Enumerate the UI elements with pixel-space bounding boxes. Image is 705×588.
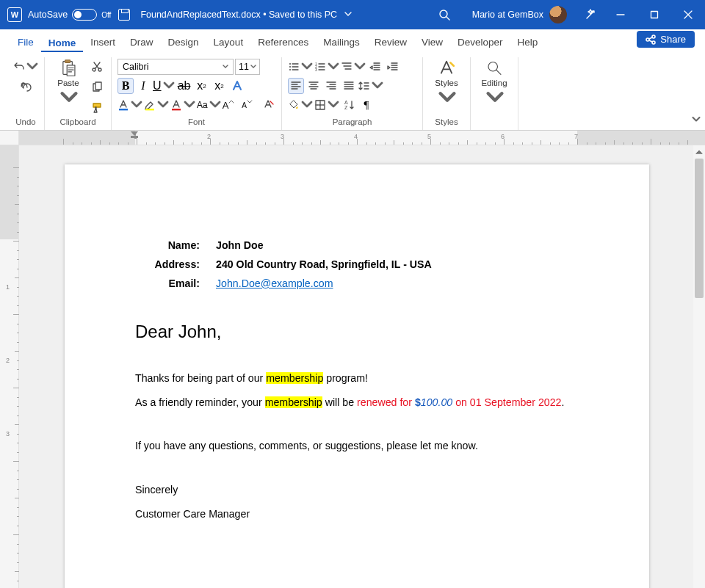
save-icon[interactable] (118, 9, 130, 21)
sparkle-icon[interactable] (585, 9, 596, 21)
share-label: Share (660, 34, 686, 45)
align-right-button[interactable] (323, 78, 339, 94)
editing-button[interactable]: Editing (477, 59, 512, 107)
minimize-button[interactable] (604, 0, 637, 29)
vertical-scrollbar[interactable] (693, 145, 705, 588)
multilevel-list-button[interactable] (341, 59, 366, 75)
tab-mailings[interactable]: Mailings (316, 32, 367, 52)
scroll-thumb[interactable] (695, 159, 704, 298)
cut-button[interactable] (89, 59, 105, 75)
share-button[interactable]: Share (637, 31, 695, 48)
close-button[interactable] (671, 0, 705, 29)
font-name-value: Calibri (123, 62, 148, 72)
increase-indent-button[interactable] (385, 59, 401, 75)
font-size-value: 11 (239, 62, 249, 72)
numbering-button[interactable]: 123 (314, 59, 339, 75)
show-marks-button[interactable]: ¶ (358, 97, 375, 113)
strikethrough-button[interactable]: ab (176, 78, 192, 94)
svg-rect-13 (119, 109, 128, 110)
tab-references[interactable]: References (250, 32, 316, 52)
group-editing: Editing (471, 57, 518, 130)
bullets-button[interactable] (288, 59, 313, 75)
tab-layout[interactable]: Layout (206, 32, 251, 52)
group-styles-label: Styles (429, 116, 464, 128)
underline-button[interactable]: U (153, 78, 175, 94)
group-clipboard-label: Clipboard (51, 116, 105, 128)
redo-button[interactable] (18, 79, 34, 95)
collapse-ribbon-button[interactable] (690, 114, 701, 127)
editing-label: Editing (481, 79, 507, 87)
justify-button[interactable] (341, 78, 357, 94)
tab-insert[interactable]: Insert (83, 32, 123, 52)
group-paragraph: 123 AZ ¶ Paragraph (282, 57, 423, 130)
svg-point-4 (652, 41, 655, 44)
svg-rect-14 (145, 109, 154, 110)
clear-formatting-button[interactable] (260, 97, 276, 113)
tab-developer[interactable]: Developer (450, 32, 510, 52)
highlight-button[interactable] (144, 97, 169, 113)
tab-view[interactable]: View (414, 32, 450, 52)
svg-point-18 (289, 69, 291, 70)
title-bar: W AutoSave Off FoundAndReplacedText.docx… (0, 0, 705, 29)
autosave-label: AutoSave (28, 10, 68, 20)
document-title[interactable]: FoundAndReplacedText.docx • Saved to thi… (140, 10, 351, 20)
user-account[interactable]: Mario at GemBox (472, 6, 567, 23)
email-value[interactable]: John.Doe@example.com (216, 277, 333, 289)
font-color-a-button[interactable] (118, 97, 142, 113)
superscript-button[interactable]: x2 (212, 78, 228, 94)
styles-button[interactable]: Styles (429, 59, 464, 107)
filename-text: FoundAndReplacedText.docx (140, 10, 260, 20)
tab-file[interactable]: File (10, 32, 41, 52)
subscript-button[interactable]: x2 (194, 78, 210, 94)
field-name: Name: John Doe (135, 239, 579, 251)
font-color-button[interactable] (170, 97, 195, 113)
bold-button[interactable]: B (118, 78, 134, 94)
p2-period: . (561, 396, 564, 408)
font-name-combo[interactable]: Calibri (118, 59, 234, 75)
decrease-indent-button[interactable] (367, 59, 383, 75)
address-label: Address: (135, 258, 216, 270)
tab-help[interactable]: Help (510, 32, 546, 52)
align-left-button[interactable] (288, 78, 304, 94)
shading-button[interactable] (288, 97, 313, 113)
copy-button[interactable] (89, 79, 105, 95)
svg-point-2 (652, 35, 655, 38)
font-size-combo[interactable]: 11 (235, 59, 260, 75)
tab-draw[interactable]: Draw (123, 32, 161, 52)
p2-text-b: will be (322, 396, 357, 408)
p1-highlight: membership (266, 372, 323, 384)
save-status-text: Saved to this PC (269, 10, 337, 20)
p1-text-a: Thanks for being part of our (135, 372, 266, 384)
svg-point-16 (289, 63, 291, 65)
sort-button[interactable]: AZ (341, 97, 357, 113)
undo-button[interactable] (13, 59, 38, 75)
align-center-button[interactable] (306, 78, 322, 94)
tab-home[interactable]: Home (41, 33, 84, 53)
svg-rect-7 (67, 65, 75, 76)
paragraph-1: Thanks for being part of our membership … (135, 371, 579, 385)
tab-design[interactable]: Design (161, 32, 206, 52)
search-icon[interactable] (438, 9, 450, 21)
autosave-toggle[interactable]: AutoSave Off (28, 9, 111, 21)
maximize-button[interactable] (637, 0, 671, 29)
shrink-font-button[interactable]: A (242, 97, 258, 113)
line-spacing-button[interactable] (358, 78, 383, 94)
grow-font-button[interactable]: A (223, 97, 241, 113)
borders-button[interactable] (314, 97, 339, 113)
paste-button[interactable]: Paste (51, 59, 86, 107)
svg-point-17 (289, 66, 291, 68)
tab-review[interactable]: Review (367, 32, 414, 52)
text-effects-button[interactable] (229, 78, 245, 94)
vertical-ruler[interactable]: 123 (0, 145, 19, 588)
horizontal-ruler[interactable]: 1234567 (19, 131, 705, 145)
toggle-track[interactable] (72, 9, 97, 21)
ribbon-tabs: File Home Insert Draw Design Layout Refe… (0, 29, 705, 53)
scroll-up-button[interactable] (695, 147, 704, 157)
paragraph-5: Customer Care Manager (135, 507, 579, 521)
page[interactable]: Name: John Doe Address: 240 Old Country … (65, 164, 649, 588)
format-painter-button[interactable] (89, 100, 105, 116)
change-case-button[interactable]: Aa (197, 97, 221, 113)
group-undo: Undo (7, 57, 45, 130)
italic-button[interactable]: I (135, 78, 151, 94)
document-canvas[interactable]: Name: John Doe Address: 240 Old Country … (19, 145, 705, 588)
